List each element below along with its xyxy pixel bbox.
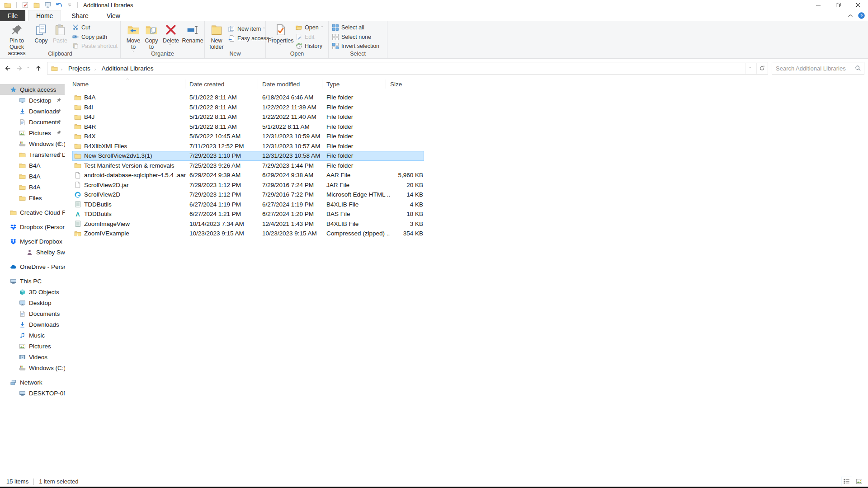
easy-access-button[interactable]: Easy access <box>226 34 265 43</box>
sidebar-item-desktop-0nfu6[interactable]: DESKTOP-0NFU6 <box>0 388 65 399</box>
file-name: TDDButils <box>84 201 189 208</box>
sidebar-item-music[interactable]: Music <box>0 330 65 341</box>
sidebar-item-documents[interactable]: Documents <box>0 308 65 319</box>
file-row-b4a[interactable]: B4A5/1/2022 8:11 AM6/18/2024 6:46 AMFile… <box>72 93 424 103</box>
recent-locations-button[interactable] <box>25 62 33 74</box>
file-name: B4J <box>84 113 189 120</box>
close-button[interactable] <box>848 0 868 10</box>
sidebar-item-videos[interactable]: Videos <box>0 352 65 362</box>
qat-qat-newfolder-button[interactable] <box>33 1 40 9</box>
sidebar-item-desktop[interactable]: Desktop <box>0 95 65 106</box>
sidebar-item-b4a[interactable]: B4A <box>0 171 65 182</box>
file-row-zoomimageview[interactable]: ZoomImageView10/14/2023 7:34 AM12/4/2021… <box>72 219 424 229</box>
invert-selection-button[interactable]: Invert selection <box>330 42 386 51</box>
search-icon[interactable] <box>855 65 861 71</box>
tab-file[interactable]: File <box>0 10 25 21</box>
open-button[interactable]: Open <box>294 23 327 33</box>
file-row-android-database-sqlcipher-4-5-4-aar[interactable]: android-database-sqlcipher-4.5.4 .aar6/2… <box>72 170 424 180</box>
select-all-button[interactable]: Select all <box>330 23 386 33</box>
refresh-button[interactable] <box>756 63 768 74</box>
file-row-b4i[interactable]: B4i5/1/2022 8:11 AM1/22/2022 11:39 AMFil… <box>72 103 424 113</box>
tab-view[interactable]: View <box>99 10 128 21</box>
sidebar-item-downloads[interactable]: Downloads <box>0 319 65 330</box>
file-row-b4r[interactable]: B4R5/1/2022 8:11 AM5/1/2022 8:11 AMFile … <box>72 122 424 132</box>
breadcrumb-segment-additional-libraries[interactable]: Additional Libraries <box>101 65 155 72</box>
column-header-size[interactable]: Size <box>386 80 427 89</box>
column-header-date-modified[interactable]: Date modified <box>258 80 322 89</box>
copy-path-button[interactable]: W Copy path <box>71 33 119 42</box>
sidebar-item-pictures[interactable]: Pictures <box>0 341 65 352</box>
sidebar-item-downloads[interactable]: Downloads <box>0 106 65 117</box>
sidebar-item-creative-cloud-fil[interactable]: Creative Cloud Fil <box>0 207 65 218</box>
file-row-new-scrollview2dv1-3-1[interactable]: New ScrollView2dv1.3(1)7/29/2023 1:10 PM… <box>72 151 424 161</box>
paste-button[interactable]: Paste <box>51 23 70 44</box>
details-view-button[interactable] <box>841 477 852 486</box>
sidebar-item-desktop[interactable]: Desktop <box>0 297 65 308</box>
copy-button[interactable]: Copy <box>32 23 51 44</box>
breadcrumb-segment-projects[interactable]: Projects <box>67 65 91 72</box>
sidebar-item-3d-objects[interactable]: 3D Objects <box>0 286 65 297</box>
sidebar-item-this-pc[interactable]: This PC <box>0 276 65 286</box>
sidebar-item-windows-c[interactable]: Windows (C:) <box>0 138 65 149</box>
help-icon[interactable]: ? <box>858 12 865 19</box>
column-header-date-created[interactable]: Date created <box>185 80 258 89</box>
edit-button[interactable]: Edit <box>294 33 327 42</box>
delete-button[interactable]: Delete <box>160 23 181 49</box>
sidebar-item-documents[interactable]: Documents <box>0 117 65 127</box>
qat-explorer-button[interactable] <box>4 1 11 9</box>
new-folder-button[interactable]: New folder <box>207 23 226 50</box>
qat-qat-caret-button[interactable] <box>67 2 72 8</box>
sidebar-item-pictures[interactable]: Pictures <box>0 127 65 138</box>
sidebar-item-onedrive-persor[interactable]: OneDrive - Persor <box>0 261 65 272</box>
minimize-button[interactable] <box>808 0 828 10</box>
sidebar-item-b4a[interactable]: B4A <box>0 182 65 192</box>
file-row-zoomivexample[interactable]: ZoomIVExample10/23/2023 9:15 AM10/23/202… <box>72 229 424 239</box>
sidebar-item-b4a[interactable]: B4A <box>0 160 65 171</box>
file-row-scrollview2d-jar[interactable]: ScrollView2D.jar7/29/2023 1:12 PM7/29/20… <box>72 180 424 190</box>
sidebar-item-network[interactable]: Network <box>0 377 65 388</box>
column-header-name[interactable]: Name <box>65 80 185 89</box>
tab-home[interactable]: Home <box>28 10 61 21</box>
file-row-b4xlibxmlfiles[interactable]: B4XlibXMLFiles7/11/2023 12:52 PM12/31/20… <box>72 141 424 151</box>
download-icon <box>19 108 26 115</box>
column-header-type[interactable]: Type <box>322 80 386 89</box>
ribbon-group-label: Organize <box>121 51 204 57</box>
up-button[interactable] <box>33 62 44 74</box>
restore-button[interactable] <box>828 0 848 10</box>
sidebar-item-shelby-swayze[interactable]: Shelby Swayze <box>0 247 65 258</box>
file-row-b4x[interactable]: B4X5/6/2022 10:45 AM12/31/2023 10:59 AMF… <box>72 131 424 141</box>
cut-button[interactable]: Cut <box>71 23 119 33</box>
search-input[interactable] <box>772 65 855 72</box>
rename-button[interactable]: Rename <box>181 23 204 44</box>
file-modified: 7/29/2016 7:22 PM <box>262 191 326 198</box>
file-row-b4j[interactable]: B4J5/1/2022 8:11 AM1/22/2022 11:40 AMFil… <box>72 112 424 122</box>
sidebar-item-windows-c[interactable]: Windows (C:) <box>0 362 65 373</box>
file-row-tddbutils[interactable]: ATDDButils6/27/2024 1:21 PM6/27/2024 1:2… <box>72 209 424 219</box>
chevron-down-icon <box>279 44 283 47</box>
sidebar-item-files[interactable]: Files <box>0 192 65 203</box>
qat-slideshow-button[interactable] <box>44 1 52 9</box>
file-row-scrollview2d[interactable]: ScrollView2D7/29/2023 1:12 PM7/29/2016 7… <box>72 190 424 200</box>
file-row-tddbutils[interactable]: TDDButils6/27/2024 1:19 PM6/27/2024 1:19… <box>72 200 424 210</box>
file-row-test-manifest-version-removals[interactable]: Test Manifest Version & removals7/25/202… <box>72 161 424 171</box>
sidebar-item-myself-dropbox[interactable]: Myself Dropbox <box>0 236 65 247</box>
collapse-ribbon-icon[interactable] <box>847 13 854 19</box>
sidebar-item-dropbox-persona[interactable]: Dropbox (Persona <box>0 221 65 232</box>
new-item-button[interactable]: New item <box>226 24 265 34</box>
qat-qat-properties-button[interactable] <box>22 1 29 9</box>
history-button[interactable]: History <box>294 42 327 51</box>
sidebar-item-transferred-d[interactable]: Transferred D <box>0 149 65 160</box>
file-created: 5/6/2022 10:45 AM <box>189 133 262 140</box>
sidebar-item-quick-access[interactable]: Quick access <box>0 84 65 95</box>
address-dropdown-button[interactable] <box>745 63 756 74</box>
qat-undo-button[interactable] <box>56 1 63 9</box>
minimize-icon <box>815 1 822 9</box>
thumbnails-view-button[interactable] <box>854 477 865 486</box>
paste-shortcut-button[interactable]: Paste shortcut <box>71 42 119 51</box>
select-none-button[interactable]: Select none <box>330 33 386 42</box>
forward-button[interactable] <box>14 62 25 74</box>
tab-share[interactable]: Share <box>64 10 96 21</box>
address-bar[interactable]: ProjectsAdditional Libraries <box>47 62 768 75</box>
properties-button[interactable]: Properties <box>268 23 294 49</box>
back-button[interactable] <box>2 62 14 74</box>
